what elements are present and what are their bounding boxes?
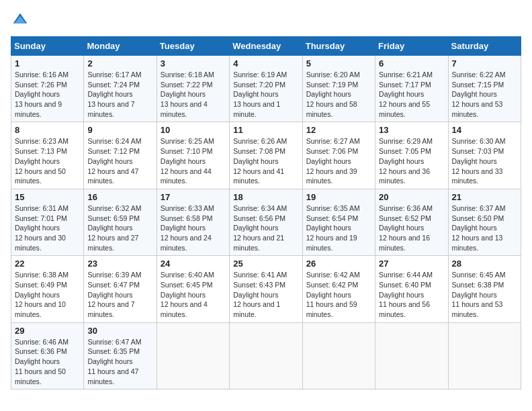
day-info: Sunrise: 6:22 AMSunset: 7:15 PMDaylight … [452, 70, 517, 119]
day-number: 9 [87, 125, 152, 135]
calendar-cell [375, 322, 448, 389]
day-info: Sunrise: 6:26 AMSunset: 7:08 PMDaylight … [233, 136, 298, 185]
logo [11, 11, 32, 30]
calendar-cell: 8 Sunrise: 6:23 AMSunset: 7:13 PMDayligh… [11, 122, 84, 189]
calendar-cell: 9 Sunrise: 6:24 AMSunset: 7:12 PMDayligh… [84, 122, 157, 189]
calendar-week-4: 22 Sunrise: 6:38 AMSunset: 6:49 PMDaylig… [11, 256, 521, 322]
calendar-cell: 14 Sunrise: 6:30 AMSunset: 7:03 PMDaylig… [448, 122, 521, 189]
day-info: Sunrise: 6:44 AMSunset: 6:40 PMDaylight … [379, 270, 444, 319]
day-number: 16 [87, 192, 152, 202]
weekday-header-saturday: Saturday [448, 37, 521, 56]
day-info: Sunrise: 6:31 AMSunset: 7:01 PMDaylight … [15, 203, 80, 253]
day-info: Sunrise: 6:25 AMSunset: 7:10 PMDaylight … [161, 136, 226, 185]
day-info: Sunrise: 6:21 AMSunset: 7:17 PMDaylight … [379, 70, 444, 119]
weekday-header-monday: Monday [84, 37, 157, 56]
calendar-cell: 29 Sunrise: 6:46 AMSunset: 6:36 PMDaylig… [11, 322, 84, 389]
calendar-cell: 7 Sunrise: 6:22 AMSunset: 7:15 PMDayligh… [448, 56, 521, 122]
day-number: 28 [452, 259, 517, 269]
weekday-header-friday: Friday [375, 37, 448, 56]
calendar-week-2: 8 Sunrise: 6:23 AMSunset: 7:13 PMDayligh… [11, 122, 521, 189]
day-info: Sunrise: 6:20 AMSunset: 7:19 PMDaylight … [306, 70, 371, 119]
day-number: 22 [15, 259, 80, 269]
logo-icon [11, 11, 30, 30]
weekday-header-tuesday: Tuesday [157, 37, 229, 56]
day-number: 5 [306, 58, 371, 68]
day-number: 29 [15, 326, 80, 336]
day-number: 10 [161, 125, 226, 135]
day-number: 7 [452, 58, 517, 68]
calendar-week-1: 1 Sunrise: 6:16 AMSunset: 7:26 PMDayligh… [11, 56, 521, 122]
page-header [11, 11, 521, 30]
day-info: Sunrise: 6:33 AMSunset: 6:58 PMDaylight … [161, 203, 226, 253]
weekday-header-sunday: Sunday [11, 37, 84, 56]
calendar-cell: 15 Sunrise: 6:31 AMSunset: 7:01 PMDaylig… [11, 189, 84, 255]
calendar-cell: 4 Sunrise: 6:19 AMSunset: 7:20 PMDayligh… [230, 56, 302, 122]
day-info: Sunrise: 6:29 AMSunset: 7:05 PMDaylight … [379, 136, 444, 185]
calendar-cell: 5 Sunrise: 6:20 AMSunset: 7:19 PMDayligh… [302, 56, 375, 122]
day-info: Sunrise: 6:34 AMSunset: 6:56 PMDaylight … [233, 203, 298, 253]
calendar-cell: 20 Sunrise: 6:36 AMSunset: 6:52 PMDaylig… [375, 189, 448, 255]
calendar-week-5: 29 Sunrise: 6:46 AMSunset: 6:36 PMDaylig… [11, 322, 521, 389]
day-info: Sunrise: 6:41 AMSunset: 6:43 PMDaylight … [233, 270, 298, 319]
day-number: 19 [306, 192, 371, 202]
calendar-cell: 24 Sunrise: 6:40 AMSunset: 6:45 PMDaylig… [157, 256, 229, 322]
calendar-cell [448, 322, 521, 389]
day-number: 27 [379, 259, 444, 269]
calendar-cell: 11 Sunrise: 6:26 AMSunset: 7:08 PMDaylig… [230, 122, 302, 189]
calendar-cell: 21 Sunrise: 6:37 AMSunset: 6:50 PMDaylig… [448, 189, 521, 255]
day-number: 4 [233, 58, 298, 68]
day-info: Sunrise: 6:27 AMSunset: 7:06 PMDaylight … [306, 136, 371, 185]
calendar-cell: 10 Sunrise: 6:25 AMSunset: 7:10 PMDaylig… [157, 122, 229, 189]
weekday-header-thursday: Thursday [302, 37, 375, 56]
calendar-cell: 28 Sunrise: 6:45 AMSunset: 6:38 PMDaylig… [448, 256, 521, 322]
calendar-cell [302, 322, 375, 389]
day-info: Sunrise: 6:24 AMSunset: 7:12 PMDaylight … [87, 136, 152, 185]
calendar-cell: 6 Sunrise: 6:21 AMSunset: 7:17 PMDayligh… [375, 56, 448, 122]
calendar-cell: 2 Sunrise: 6:17 AMSunset: 7:24 PMDayligh… [84, 56, 157, 122]
calendar-week-3: 15 Sunrise: 6:31 AMSunset: 7:01 PMDaylig… [11, 189, 521, 255]
day-number: 14 [452, 125, 517, 135]
day-number: 18 [233, 192, 298, 202]
calendar-table: SundayMondayTuesdayWednesdayThursdayFrid… [11, 36, 521, 390]
day-number: 11 [233, 125, 298, 135]
calendar-cell: 30 Sunrise: 6:47 AMSunset: 6:35 PMDaylig… [84, 322, 157, 389]
day-number: 26 [306, 259, 371, 269]
day-number: 17 [161, 192, 226, 202]
calendar-cell: 22 Sunrise: 6:38 AMSunset: 6:49 PMDaylig… [11, 256, 84, 322]
day-number: 3 [161, 58, 226, 68]
day-number: 30 [87, 326, 152, 336]
day-info: Sunrise: 6:38 AMSunset: 6:49 PMDaylight … [15, 270, 80, 319]
day-number: 25 [233, 259, 298, 269]
day-info: Sunrise: 6:46 AMSunset: 6:36 PMDaylight … [15, 337, 80, 386]
calendar-cell: 19 Sunrise: 6:35 AMSunset: 6:54 PMDaylig… [302, 189, 375, 255]
calendar-cell [157, 322, 229, 389]
calendar-cell: 25 Sunrise: 6:41 AMSunset: 6:43 PMDaylig… [230, 256, 302, 322]
calendar-cell: 12 Sunrise: 6:27 AMSunset: 7:06 PMDaylig… [302, 122, 375, 189]
calendar-cell: 1 Sunrise: 6:16 AMSunset: 7:26 PMDayligh… [11, 56, 84, 122]
day-number: 1 [15, 58, 80, 68]
day-number: 24 [161, 259, 226, 269]
calendar-cell: 3 Sunrise: 6:18 AMSunset: 7:22 PMDayligh… [157, 56, 229, 122]
day-number: 6 [379, 58, 444, 68]
day-number: 12 [306, 125, 371, 135]
calendar-cell: 13 Sunrise: 6:29 AMSunset: 7:05 PMDaylig… [375, 122, 448, 189]
weekday-header-wednesday: Wednesday [230, 37, 302, 56]
day-number: 15 [15, 192, 80, 202]
day-info: Sunrise: 6:40 AMSunset: 6:45 PMDaylight … [161, 270, 226, 319]
day-info: Sunrise: 6:47 AMSunset: 6:35 PMDaylight … [87, 337, 152, 386]
day-info: Sunrise: 6:39 AMSunset: 6:47 PMDaylight … [87, 270, 152, 319]
calendar-cell [230, 322, 302, 389]
day-number: 21 [452, 192, 517, 202]
day-number: 13 [379, 125, 444, 135]
day-info: Sunrise: 6:37 AMSunset: 6:50 PMDaylight … [452, 203, 517, 253]
day-info: Sunrise: 6:19 AMSunset: 7:20 PMDaylight … [233, 70, 298, 119]
day-info: Sunrise: 6:36 AMSunset: 6:52 PMDaylight … [379, 203, 444, 253]
calendar-cell: 23 Sunrise: 6:39 AMSunset: 6:47 PMDaylig… [84, 256, 157, 322]
day-info: Sunrise: 6:23 AMSunset: 7:13 PMDaylight … [15, 136, 80, 185]
calendar-cell: 17 Sunrise: 6:33 AMSunset: 6:58 PMDaylig… [157, 189, 229, 255]
day-info: Sunrise: 6:16 AMSunset: 7:26 PMDaylight … [15, 70, 80, 119]
calendar-cell: 26 Sunrise: 6:42 AMSunset: 6:42 PMDaylig… [302, 256, 375, 322]
day-info: Sunrise: 6:35 AMSunset: 6:54 PMDaylight … [306, 203, 371, 253]
day-number: 23 [87, 259, 152, 269]
day-number: 20 [379, 192, 444, 202]
